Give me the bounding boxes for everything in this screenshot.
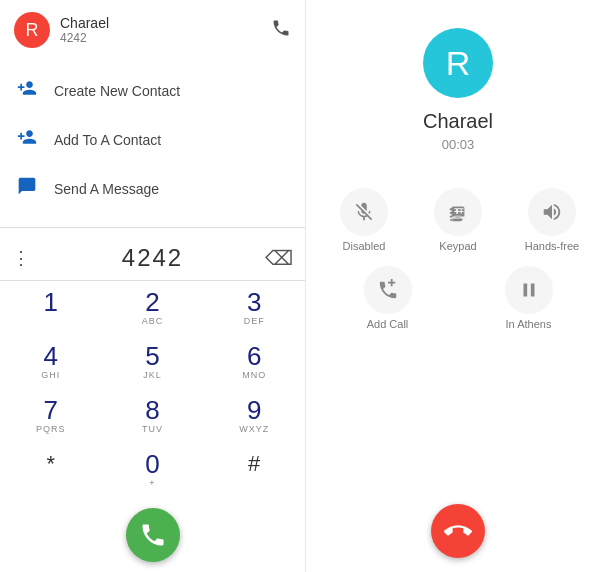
end-call-row — [431, 504, 485, 572]
key-6[interactable]: 6 MNO — [203, 335, 305, 389]
menu-label-add: Add To A Contact — [54, 132, 161, 148]
action-grid-bottom: Add Call In Athens — [306, 266, 610, 330]
dial-number-display: 4242 — [40, 244, 265, 272]
menu-label-message: Send A Message — [54, 181, 159, 197]
avatar-large: R — [423, 28, 493, 98]
keypad-label: Keypad — [439, 240, 476, 252]
mute-label: Disabled — [343, 240, 386, 252]
key-hash[interactable]: # — [203, 444, 305, 498]
avatar-small: R — [14, 12, 50, 48]
key-7[interactable]: 7 PQRS — [0, 390, 102, 444]
menu-item-send-message[interactable]: Send A Message — [0, 164, 305, 213]
action-grid-top: Disabled Keypad Hands-free — [306, 188, 610, 252]
end-call-button[interactable] — [431, 504, 485, 558]
menu-label-create: Create New Contact — [54, 83, 180, 99]
menu-list: Create New Contact Add To A Contact Send… — [0, 60, 305, 219]
left-panel: R Charael 4242 Create New Contact Add To… — [0, 0, 305, 572]
dial-input-row: ⋮ 4242 ⌫ — [0, 236, 305, 281]
key-star[interactable]: * — [0, 444, 102, 498]
dialpad-area: ⋮ 4242 ⌫ 1 2 ABC 3 DEF 4 GHI — [0, 236, 305, 572]
key-5[interactable]: 5 JKL — [102, 335, 204, 389]
add-contact-icon — [16, 127, 38, 152]
on-hold-label: In Athens — [506, 318, 552, 330]
create-contact-icon — [16, 78, 38, 103]
key-2[interactable]: 2 ABC — [102, 281, 204, 335]
key-0[interactable]: 0 + — [102, 444, 204, 498]
action-on-hold[interactable]: In Athens — [463, 266, 594, 330]
dial-call-button[interactable] — [126, 508, 180, 562]
contact-header: R Charael 4242 — [0, 0, 305, 60]
more-options-icon[interactable]: ⋮ — [12, 247, 30, 269]
action-add-call[interactable]: Add Call — [322, 266, 453, 330]
key-9[interactable]: 9 WXYZ — [203, 390, 305, 444]
add-call-icon — [364, 266, 412, 314]
key-8[interactable]: 8 TUV — [102, 390, 204, 444]
call-type-icon — [271, 18, 291, 43]
keypad-icon — [434, 188, 482, 236]
action-speaker[interactable]: Hands-free — [510, 188, 594, 252]
menu-item-add-contact[interactable]: Add To A Contact — [0, 115, 305, 164]
key-1[interactable]: 1 — [0, 281, 102, 335]
contact-number: 4242 — [60, 31, 271, 45]
right-panel: R Charael 00:03 Disabled Keypad Hands-fr… — [305, 0, 610, 572]
call-duration: 00:03 — [442, 137, 475, 152]
caller-name: Charael — [423, 110, 493, 133]
message-icon — [16, 176, 38, 201]
speaker-label: Hands-free — [525, 240, 579, 252]
dial-call-row — [0, 502, 305, 572]
backspace-icon[interactable]: ⌫ — [265, 246, 293, 270]
add-call-label: Add Call — [367, 318, 409, 330]
on-hold-icon — [505, 266, 553, 314]
menu-item-create-contact[interactable]: Create New Contact — [0, 66, 305, 115]
keypad: 1 2 ABC 3 DEF 4 GHI 5 JKL 6 MNO — [0, 281, 305, 502]
key-3[interactable]: 3 DEF — [203, 281, 305, 335]
action-mute[interactable]: Disabled — [322, 188, 406, 252]
contact-name: Charael — [60, 15, 271, 31]
speaker-icon — [528, 188, 576, 236]
divider — [0, 227, 305, 228]
contact-info: Charael 4242 — [60, 15, 271, 45]
action-keypad[interactable]: Keypad — [416, 188, 500, 252]
mute-icon — [340, 188, 388, 236]
key-4[interactable]: 4 GHI — [0, 335, 102, 389]
